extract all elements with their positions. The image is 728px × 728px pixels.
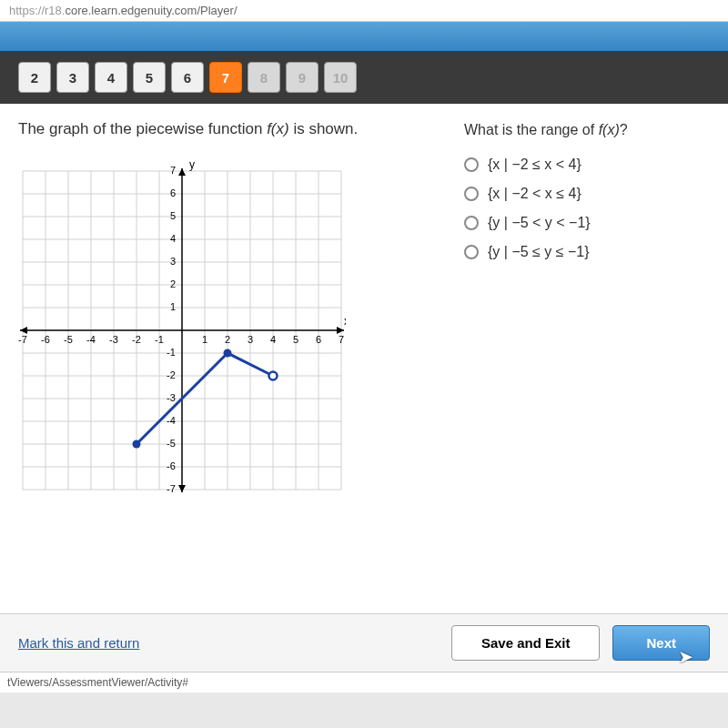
- svg-text:6: 6: [170, 187, 176, 198]
- footer-buttons: Save and Exit Next➤: [451, 625, 710, 661]
- graph-svg: -7-6-5-4-3-2-1 1234567 7654321 -1-2-3-4-…: [18, 153, 346, 508]
- option-label: {y | −5 < y < −1}: [488, 215, 591, 231]
- radio-icon: [464, 157, 479, 172]
- radio-icon: [464, 245, 479, 259]
- graph: -7-6-5-4-3-2-1 1234567 7654321 -1-2-3-4-…: [18, 153, 346, 508]
- next-label: Next: [646, 635, 676, 651]
- save-exit-button[interactable]: Save and Exit: [451, 625, 601, 661]
- nav-item-9: 9: [286, 62, 318, 93]
- svg-text:4: 4: [170, 233, 176, 244]
- svg-text:-4: -4: [86, 334, 96, 345]
- nav-item-7[interactable]: 7: [209, 62, 242, 93]
- prompt-pre: The graph of the piecewise function: [18, 120, 267, 137]
- svg-text:2: 2: [170, 278, 176, 289]
- left-pane: The graph of the piecewise function f(x)…: [18, 120, 437, 597]
- nav-item-2[interactable]: 2: [18, 62, 51, 93]
- svg-text:-4: -4: [167, 415, 176, 426]
- svg-text:x: x: [344, 315, 346, 328]
- svg-text:-1: -1: [167, 347, 176, 358]
- svg-text:3: 3: [170, 256, 176, 267]
- svg-marker-30: [337, 327, 344, 334]
- svg-text:-1: -1: [155, 334, 164, 345]
- svg-text:2: 2: [225, 334, 230, 345]
- svg-text:-2: -2: [132, 334, 141, 345]
- option-3[interactable]: {y | −5 < y < −1}: [464, 215, 710, 231]
- svg-text:7: 7: [170, 165, 176, 176]
- radio-icon: [464, 187, 479, 201]
- svg-text:6: 6: [316, 334, 321, 345]
- option-label: {y | −5 ≤ y ≤ −1}: [488, 244, 590, 260]
- svg-text:-6: -6: [167, 460, 176, 471]
- svg-text:-5: -5: [167, 438, 176, 449]
- option-2[interactable]: {x | −2 < x ≤ 4}: [464, 186, 710, 202]
- svg-text:-2: -2: [167, 369, 176, 380]
- header-band: [0, 22, 728, 51]
- svg-text:-7: -7: [167, 483, 176, 494]
- nav-item-6[interactable]: 6: [171, 62, 204, 93]
- svg-text:5: 5: [170, 210, 176, 221]
- svg-text:-3: -3: [109, 334, 118, 345]
- svg-text:3: 3: [248, 334, 253, 345]
- footer: Mark this and return Save and Exit Next➤: [0, 613, 728, 672]
- answer-options: {x | −2 ≤ x < 4} {x | −2 < x ≤ 4} {y | −…: [464, 157, 710, 260]
- url-prefix: https://r18.: [9, 4, 65, 17]
- mark-return-link[interactable]: Mark this and return: [18, 635, 139, 651]
- nav-item-4[interactable]: 4: [95, 62, 127, 93]
- prompt-fx: f(x): [267, 120, 289, 137]
- question-post: ?: [620, 122, 628, 137]
- svg-text:1: 1: [202, 334, 207, 345]
- svg-text:1: 1: [170, 301, 176, 312]
- question-nav: 2 3 4 5 6 7 8 9 10: [0, 51, 728, 104]
- svg-text:-7: -7: [18, 334, 27, 345]
- nav-item-5[interactable]: 5: [133, 62, 166, 93]
- right-pane: What is the range of f(x)? {x | −2 ≤ x <…: [464, 120, 710, 597]
- url-domain: core.learn.edgenuity.com/Player/: [65, 4, 237, 17]
- url-bar: https://r18.core.learn.edgenuity.com/Pla…: [0, 0, 728, 22]
- svg-text:-5: -5: [64, 334, 73, 345]
- nav-item-3[interactable]: 3: [56, 62, 89, 93]
- status-text: tViewers/AssessmentViewer/Activity#: [7, 676, 188, 689]
- svg-point-65: [224, 349, 232, 358]
- svg-text:5: 5: [293, 334, 298, 345]
- question-fx: f(x): [599, 122, 620, 137]
- svg-text:4: 4: [270, 334, 276, 345]
- svg-marker-31: [20, 327, 27, 334]
- option-label: {x | −2 < x ≤ 4}: [488, 186, 581, 202]
- next-button[interactable]: Next➤: [612, 625, 710, 661]
- svg-point-66: [269, 372, 278, 380]
- option-4[interactable]: {y | −5 ≤ y ≤ −1}: [464, 244, 710, 260]
- svg-text:y: y: [189, 158, 195, 171]
- question-text: What is the range of f(x)?: [464, 122, 710, 138]
- question-pre: What is the range of: [464, 122, 599, 137]
- svg-point-64: [133, 440, 141, 449]
- nav-item-10: 10: [324, 62, 357, 93]
- svg-text:-3: -3: [167, 392, 176, 403]
- svg-text:-6: -6: [41, 334, 50, 345]
- status-bar: tViewers/AssessmentViewer/Activity#: [0, 672, 728, 693]
- prompt-post: is shown.: [289, 120, 359, 137]
- radio-icon: [464, 216, 479, 230]
- option-1[interactable]: {x | −2 ≤ x < 4}: [464, 157, 710, 173]
- svg-marker-32: [178, 168, 186, 176]
- svg-marker-33: [178, 485, 186, 492]
- option-label: {x | −2 ≤ x < 4}: [488, 157, 581, 173]
- svg-text:7: 7: [339, 334, 344, 345]
- nav-item-8: 8: [248, 62, 280, 93]
- cursor-icon: ➤: [679, 647, 693, 667]
- prompt-text: The graph of the piecewise function f(x)…: [18, 120, 437, 138]
- content-area: The graph of the piecewise function f(x)…: [0, 104, 728, 613]
